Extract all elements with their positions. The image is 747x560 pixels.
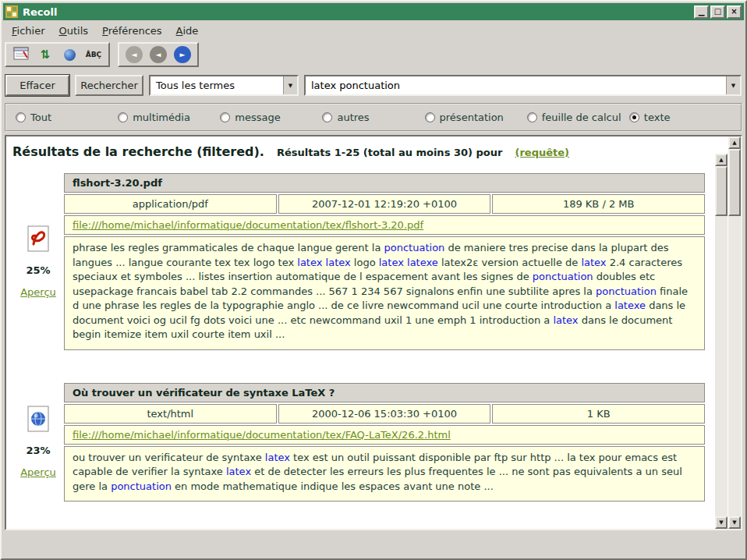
results-title: Résultats de la recherche (filtered).: [12, 144, 264, 159]
relevance-percent: 25%: [26, 264, 50, 276]
result-url-row: file:///home/michael/informatique/docume…: [64, 215, 705, 235]
menu-item-aide[interactable]: Aide: [169, 23, 206, 39]
close-button[interactable]: ×: [727, 5, 742, 19]
clear-button[interactable]: Effacer: [5, 75, 69, 96]
result-side-column: 25% Aperçu: [12, 173, 64, 350]
preview-link[interactable]: Aperçu: [20, 466, 56, 478]
search-mode-value: Tous les termes: [150, 76, 283, 94]
results-list: Résultats de la recherche (filtered). Ré…: [6, 136, 714, 529]
radio-icon: [220, 112, 230, 122]
clear-search-button[interactable]: [10, 45, 32, 64]
result-meta-row: application/pdf 2007-12-01 12:19:20 +010…: [64, 194, 705, 214]
toolbar-group-tools: ⇅ ÂBÇ: [5, 42, 110, 67]
term-explorer-button[interactable]: ÂBÇ: [83, 45, 104, 64]
result-url-row: file:///home/michael/informatique/docume…: [64, 425, 705, 445]
result-item-1: 25% Aperçu flshort-3.20.pdf application/…: [12, 173, 713, 350]
menu-bar: Fichier Outils Préférences Aide: [2, 20, 745, 41]
result-url-link[interactable]: file:///home/michael/informatique/docume…: [73, 219, 423, 231]
results-summary: Résultats 1-25 (total au moins 30) pour: [277, 147, 502, 158]
category-message[interactable]: message: [220, 112, 322, 123]
scroll-up-button[interactable]: ▲: [728, 136, 741, 149]
menu-item-preferences[interactable]: Préférences: [95, 23, 168, 39]
result-date: 2007-12-01 12:19:20 +0100: [278, 194, 491, 214]
menu-item-outils[interactable]: Outils: [52, 23, 96, 39]
scroll-up-button[interactable]: ▲: [715, 154, 728, 166]
scroll-down-button[interactable]: ▼: [715, 516, 728, 529]
first-page-button[interactable]: ◄: [123, 45, 145, 64]
category-tout[interactable]: Tout: [16, 112, 118, 123]
pdf-file-icon: [27, 225, 49, 254]
search-mode-select[interactable]: Tous les termes ▼: [149, 75, 299, 96]
result-item-2: 23% Aperçu Où trouver un vérificateur de…: [12, 383, 713, 502]
html-file-icon: [27, 406, 49, 434]
scrollbar-track[interactable]: [728, 216, 741, 516]
category-texte[interactable]: texte: [629, 112, 731, 123]
results-header: Résultats de la recherche (filtered). Ré…: [12, 141, 713, 161]
result-mime-type: application/pdf: [64, 194, 277, 214]
radio-icon: [425, 112, 435, 122]
result-side-column: 23% Aperçu: [12, 383, 64, 502]
forward-arrow-icon: ►: [180, 51, 186, 58]
toolbar-group-navigation: ◄ ◄ ►: [118, 42, 199, 67]
result-date: 2000-12-06 15:03:30 +0100: [278, 404, 491, 424]
query-details-link[interactable]: (requête): [515, 147, 570, 158]
dropdown-arrow-icon[interactable]: ▼: [726, 76, 740, 94]
category-autres[interactable]: autres: [322, 112, 424, 123]
result-url-link[interactable]: file:///home/michael/informatique/docume…: [73, 429, 451, 441]
radio-icon: [118, 112, 128, 122]
category-multimedia[interactable]: multimédia: [118, 112, 220, 123]
scroll-up-icon: ▲: [732, 140, 736, 146]
results-area: Résultats de la recherche (filtered). Ré…: [5, 135, 742, 530]
radio-icon: [629, 112, 639, 122]
close-icon: ×: [731, 9, 737, 15]
globe-icon: [64, 49, 76, 61]
radio-icon: [16, 112, 26, 122]
preview-link[interactable]: Aperçu: [20, 286, 56, 298]
title-bar[interactable]: Recoll ▁ □ ×: [3, 3, 744, 20]
search-query-combo: ▼: [304, 75, 742, 96]
category-feuille-de-calcul[interactable]: feuille de calcul: [527, 112, 629, 123]
menu-item-fichier[interactable]: Fichier: [5, 23, 52, 39]
back-arrow-icon: ◄: [132, 51, 137, 58]
sort-arrows-icon: ⇅: [41, 48, 51, 62]
back-arrow-icon: ◄: [156, 51, 161, 58]
relevance-percent: 23%: [26, 445, 50, 456]
result-mime-type: text/html: [64, 404, 277, 424]
result-size: 189 KB / 2 MB: [492, 194, 705, 214]
scroll-down-button[interactable]: ▼: [728, 516, 741, 529]
previous-page-button[interactable]: ◄: [147, 45, 169, 64]
result-title: Où trouver un vérificateur de syntaxe La…: [64, 383, 705, 402]
minimize-button[interactable]: ▁: [694, 5, 709, 19]
result-meta-row: text/html 2000-12-06 15:03:30 +0100 1 KB: [64, 404, 705, 424]
status-bar: [3, 532, 744, 557]
result-card: Où trouver un vérificateur de syntaxe La…: [64, 383, 705, 502]
sort-by-dates-button[interactable]: ⇅: [34, 45, 56, 64]
recoll-app-icon: [5, 5, 18, 18]
radio-icon: [527, 112, 537, 122]
document-history-button[interactable]: [58, 45, 80, 64]
scroll-down-icon: ▼: [719, 520, 723, 526]
category-presentation[interactable]: présentation: [425, 112, 527, 123]
result-snippet: phrase les regles grammaticales de chaqu…: [64, 236, 705, 350]
result-title: flshort-3.20.pdf: [64, 173, 705, 193]
scrollbar-track[interactable]: [715, 216, 728, 516]
minimize-icon: ▁: [699, 9, 705, 15]
maximize-button[interactable]: □: [710, 5, 725, 19]
term-explorer-icon: ÂBÇ: [86, 51, 101, 58]
result-card: flshort-3.20.pdf application/pdf 2007-12…: [64, 173, 705, 350]
clear-search-icon: [13, 47, 29, 62]
results-inner-scrollbar: ▲ ▼: [715, 154, 728, 529]
dropdown-arrow-icon[interactable]: ▼: [283, 76, 297, 94]
scrollbar-thumb[interactable]: [715, 166, 728, 216]
scrollbar-thumb[interactable]: [728, 149, 741, 216]
next-page-button[interactable]: ►: [172, 45, 193, 64]
tool-bar: ⇅ ÂBÇ ◄ ◄ ►: [2, 41, 745, 70]
scroll-down-icon: ▼: [732, 520, 736, 526]
result-size: 1 KB: [492, 404, 705, 424]
radio-icon: [322, 112, 332, 122]
search-row: Effacer Rechercher Tous les termes ▼ ▼: [2, 70, 745, 101]
recoll-window: Recoll ▁ □ × Fichier Outils Préférences …: [0, 0, 747, 560]
maximize-icon: □: [714, 9, 721, 15]
search-query-input[interactable]: [306, 76, 726, 94]
search-button[interactable]: Rechercher: [75, 75, 143, 96]
